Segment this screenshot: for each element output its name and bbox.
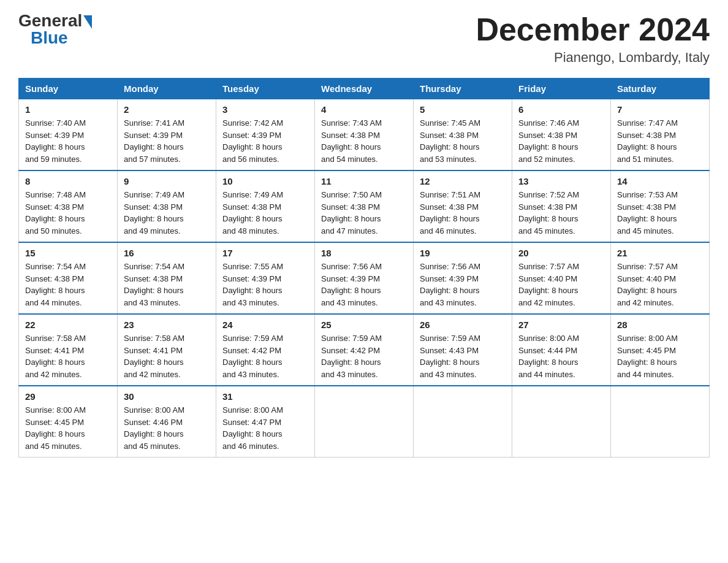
calendar-cell: 5Sunrise: 7:45 AMSunset: 4:38 PMDaylight… xyxy=(414,99,512,171)
calendar-week-row: 22Sunrise: 7:58 AMSunset: 4:41 PMDayligh… xyxy=(19,314,710,386)
day-info: Sunrise: 7:49 AMSunset: 4:38 PMDaylight:… xyxy=(124,189,210,237)
weekday-header-wednesday: Wednesday xyxy=(315,79,414,99)
calendar-cell: 25Sunrise: 7:59 AMSunset: 4:42 PMDayligh… xyxy=(315,314,414,386)
day-number: 7 xyxy=(617,104,703,115)
calendar-week-row: 15Sunrise: 7:54 AMSunset: 4:38 PMDayligh… xyxy=(19,242,710,314)
calendar-cell: 30Sunrise: 8:00 AMSunset: 4:46 PMDayligh… xyxy=(118,386,216,458)
day-info: Sunrise: 7:54 AMSunset: 4:38 PMDaylight:… xyxy=(25,261,111,308)
day-number: 21 xyxy=(617,248,703,258)
day-info: Sunrise: 7:52 AMSunset: 4:38 PMDaylight:… xyxy=(518,189,604,237)
day-info: Sunrise: 7:40 AMSunset: 4:39 PMDaylight:… xyxy=(25,117,111,165)
day-info: Sunrise: 7:41 AMSunset: 4:39 PMDaylight:… xyxy=(124,117,210,165)
day-info: Sunrise: 7:58 AMSunset: 4:41 PMDaylight:… xyxy=(25,332,111,380)
calendar-cell: 22Sunrise: 7:58 AMSunset: 4:41 PMDayligh… xyxy=(19,314,118,386)
calendar-cell xyxy=(512,386,611,458)
day-info: Sunrise: 7:46 AMSunset: 4:38 PMDaylight:… xyxy=(518,117,604,165)
weekday-header-row: SundayMondayTuesdayWednesdayThursdayFrid… xyxy=(19,79,710,99)
weekday-header-saturday: Saturday xyxy=(611,79,710,99)
day-info: Sunrise: 8:00 AMSunset: 4:47 PMDaylight:… xyxy=(222,404,308,452)
calendar-cell: 29Sunrise: 8:00 AMSunset: 4:45 PMDayligh… xyxy=(19,386,118,458)
calendar-cell xyxy=(414,386,512,458)
calendar-week-row: 1Sunrise: 7:40 AMSunset: 4:39 PMDaylight… xyxy=(19,99,710,171)
calendar-cell: 19Sunrise: 7:56 AMSunset: 4:39 PMDayligh… xyxy=(414,242,512,314)
day-info: Sunrise: 7:54 AMSunset: 4:38 PMDaylight:… xyxy=(124,261,210,308)
day-number: 25 xyxy=(321,320,407,330)
day-number: 18 xyxy=(321,248,407,258)
calendar-cell: 13Sunrise: 7:52 AMSunset: 4:38 PMDayligh… xyxy=(512,170,611,242)
calendar-week-row: 8Sunrise: 7:48 AMSunset: 4:38 PMDaylight… xyxy=(19,170,710,242)
day-number: 31 xyxy=(222,391,308,402)
weekday-header-tuesday: Tuesday xyxy=(216,79,315,99)
day-number: 20 xyxy=(518,248,604,258)
day-number: 27 xyxy=(518,320,604,330)
day-info: Sunrise: 7:45 AMSunset: 4:38 PMDaylight:… xyxy=(420,117,506,165)
calendar-cell: 16Sunrise: 7:54 AMSunset: 4:38 PMDayligh… xyxy=(118,242,216,314)
day-info: Sunrise: 8:00 AMSunset: 4:45 PMDaylight:… xyxy=(25,404,111,452)
day-info: Sunrise: 7:59 AMSunset: 4:43 PMDaylight:… xyxy=(420,332,506,380)
day-number: 26 xyxy=(420,320,506,330)
day-number: 14 xyxy=(617,176,703,186)
day-info: Sunrise: 7:56 AMSunset: 4:39 PMDaylight:… xyxy=(420,261,506,308)
calendar-cell xyxy=(315,386,414,458)
day-number: 15 xyxy=(25,248,111,258)
day-info: Sunrise: 7:58 AMSunset: 4:41 PMDaylight:… xyxy=(124,332,210,380)
calendar-cell: 8Sunrise: 7:48 AMSunset: 4:38 PMDaylight… xyxy=(19,170,118,242)
logo-blue-text: Blue xyxy=(31,29,68,47)
calendar-cell: 15Sunrise: 7:54 AMSunset: 4:38 PMDayligh… xyxy=(19,242,118,314)
calendar-cell: 11Sunrise: 7:50 AMSunset: 4:38 PMDayligh… xyxy=(315,170,414,242)
day-info: Sunrise: 7:57 AMSunset: 4:40 PMDaylight:… xyxy=(617,261,703,308)
day-number: 19 xyxy=(420,248,506,258)
calendar-cell: 24Sunrise: 7:59 AMSunset: 4:42 PMDayligh… xyxy=(216,314,315,386)
calendar-table: SundayMondayTuesdayWednesdayThursdayFrid… xyxy=(18,78,710,458)
day-number: 24 xyxy=(222,320,308,330)
logo-triangle-icon xyxy=(83,15,92,29)
logo: General Blue xyxy=(18,12,92,47)
calendar-cell: 3Sunrise: 7:42 AMSunset: 4:39 PMDaylight… xyxy=(216,99,315,171)
calendar-cell: 31Sunrise: 8:00 AMSunset: 4:47 PMDayligh… xyxy=(216,386,315,458)
day-number: 9 xyxy=(124,176,210,186)
day-number: 29 xyxy=(25,391,111,402)
calendar-cell: 26Sunrise: 7:59 AMSunset: 4:43 PMDayligh… xyxy=(414,314,512,386)
weekday-header-friday: Friday xyxy=(512,79,611,99)
calendar-cell: 1Sunrise: 7:40 AMSunset: 4:39 PMDaylight… xyxy=(19,99,118,171)
month-title: December 2024 xyxy=(476,12,710,47)
day-info: Sunrise: 7:59 AMSunset: 4:42 PMDaylight:… xyxy=(321,332,407,380)
calendar-cell: 20Sunrise: 7:57 AMSunset: 4:40 PMDayligh… xyxy=(512,242,611,314)
day-number: 8 xyxy=(25,176,111,186)
day-info: Sunrise: 7:59 AMSunset: 4:42 PMDaylight:… xyxy=(222,332,308,380)
calendar-cell: 17Sunrise: 7:55 AMSunset: 4:39 PMDayligh… xyxy=(216,242,315,314)
calendar-cell: 27Sunrise: 8:00 AMSunset: 4:44 PMDayligh… xyxy=(512,314,611,386)
day-number: 30 xyxy=(124,391,210,402)
calendar-week-row: 29Sunrise: 8:00 AMSunset: 4:45 PMDayligh… xyxy=(19,386,710,458)
calendar-cell: 12Sunrise: 7:51 AMSunset: 4:38 PMDayligh… xyxy=(414,170,512,242)
calendar-cell: 18Sunrise: 7:56 AMSunset: 4:39 PMDayligh… xyxy=(315,242,414,314)
day-number: 13 xyxy=(518,176,604,186)
day-number: 12 xyxy=(420,176,506,186)
calendar-cell: 23Sunrise: 7:58 AMSunset: 4:41 PMDayligh… xyxy=(118,314,216,386)
day-number: 16 xyxy=(124,248,210,258)
page-header: General Blue December 2024 Pianengo, Lom… xyxy=(18,12,710,66)
day-number: 1 xyxy=(25,104,111,115)
calendar-cell: 7Sunrise: 7:47 AMSunset: 4:38 PMDaylight… xyxy=(611,99,710,171)
calendar-cell: 9Sunrise: 7:49 AMSunset: 4:38 PMDaylight… xyxy=(118,170,216,242)
calendar-cell xyxy=(611,386,710,458)
day-number: 11 xyxy=(321,176,407,186)
calendar-cell: 6Sunrise: 7:46 AMSunset: 4:38 PMDaylight… xyxy=(512,99,611,171)
day-info: Sunrise: 8:00 AMSunset: 4:44 PMDaylight:… xyxy=(518,332,604,380)
calendar-cell: 10Sunrise: 7:49 AMSunset: 4:38 PMDayligh… xyxy=(216,170,315,242)
day-info: Sunrise: 7:50 AMSunset: 4:38 PMDaylight:… xyxy=(321,189,407,237)
calendar-cell: 4Sunrise: 7:43 AMSunset: 4:38 PMDaylight… xyxy=(315,99,414,171)
day-info: Sunrise: 7:49 AMSunset: 4:38 PMDaylight:… xyxy=(222,189,308,237)
day-number: 5 xyxy=(420,104,506,115)
calendar-cell: 2Sunrise: 7:41 AMSunset: 4:39 PMDaylight… xyxy=(118,99,216,171)
day-number: 23 xyxy=(124,320,210,330)
day-info: Sunrise: 7:43 AMSunset: 4:38 PMDaylight:… xyxy=(321,117,407,165)
day-number: 17 xyxy=(222,248,308,258)
day-info: Sunrise: 7:53 AMSunset: 4:38 PMDaylight:… xyxy=(617,189,703,237)
day-info: Sunrise: 7:51 AMSunset: 4:38 PMDaylight:… xyxy=(420,189,506,237)
day-info: Sunrise: 8:00 AMSunset: 4:46 PMDaylight:… xyxy=(124,404,210,452)
calendar-cell: 21Sunrise: 7:57 AMSunset: 4:40 PMDayligh… xyxy=(611,242,710,314)
day-info: Sunrise: 7:47 AMSunset: 4:38 PMDaylight:… xyxy=(617,117,703,165)
day-number: 22 xyxy=(25,320,111,330)
day-info: Sunrise: 7:42 AMSunset: 4:39 PMDaylight:… xyxy=(222,117,308,165)
